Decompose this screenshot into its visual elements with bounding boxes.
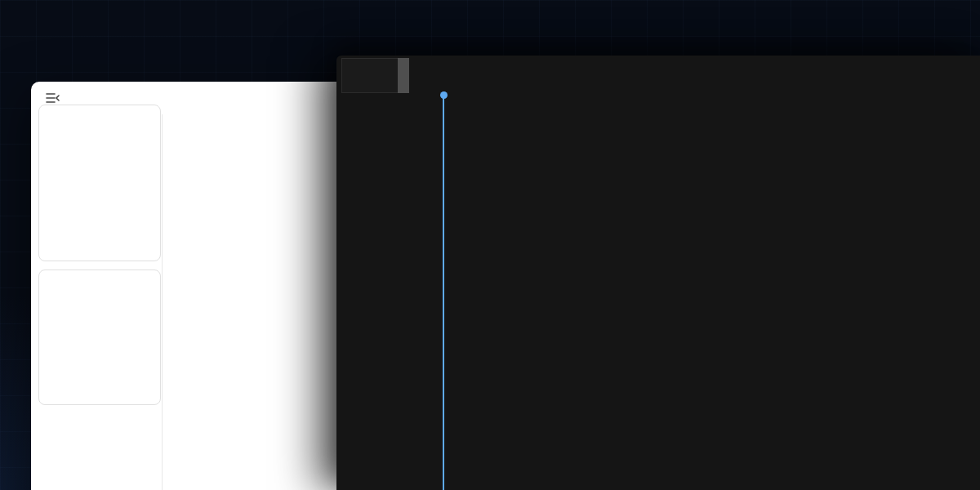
resources-panel (38, 270, 161, 405)
mini-calendar (38, 105, 161, 261)
month-tab (398, 58, 409, 93)
current-time-indicator (443, 93, 444, 490)
resource-title-header (341, 58, 399, 93)
timeline-panel (336, 56, 980, 490)
desktop-background (0, 0, 980, 490)
timeline-body (336, 93, 980, 490)
sidebar-collapse-icon[interactable] (46, 92, 60, 104)
current-time-dot (440, 91, 448, 99)
